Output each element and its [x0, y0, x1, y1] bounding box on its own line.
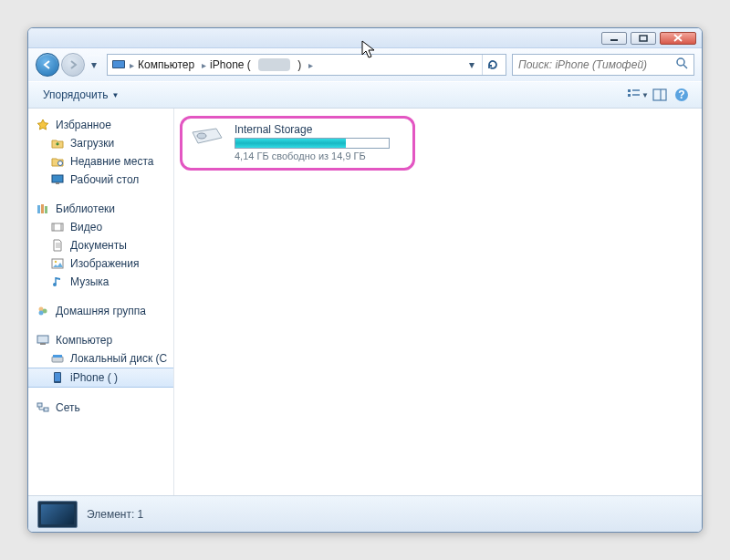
svg-rect-35	[37, 403, 42, 407]
refresh-button[interactable]	[482, 55, 502, 75]
device-icon	[111, 57, 126, 72]
drive-item[interactable]: Internal Storage 4,14 ГБ свободно из 14,…	[189, 123, 406, 161]
svg-rect-20	[41, 204, 44, 213]
sidebar-item-label: Видео	[70, 221, 102, 233]
svg-rect-9	[628, 94, 631, 97]
svg-rect-21	[45, 206, 47, 213]
recent-icon	[50, 154, 65, 169]
breadcrumb-label: Компьютер	[138, 58, 194, 71]
storage-icon	[189, 123, 225, 150]
sidebar-item-label: Загрузки	[70, 137, 114, 150]
sidebar-item-label: Документы	[70, 239, 127, 252]
sidebar-group-label: Компьютер	[56, 334, 112, 347]
sidebar-item-localdisk[interactable]: Локальный диск (C	[28, 349, 173, 368]
search-icon	[676, 57, 688, 72]
svg-line-7	[683, 65, 687, 68]
homegroup-icon	[36, 304, 50, 318]
svg-rect-30	[40, 343, 46, 345]
status-bar: Элемент: 1	[28, 495, 702, 532]
address-dropdown[interactable]: ▾	[462, 55, 482, 75]
history-dropdown[interactable]: ▾	[87, 55, 101, 75]
pictures-icon	[50, 256, 65, 271]
sidebar-group-network[interactable]: Сеть	[28, 399, 173, 417]
titlebar	[28, 28, 702, 48]
sidebar-item-label: Локальный диск (C	[70, 352, 167, 365]
svg-rect-29	[37, 336, 48, 343]
search-box[interactable]	[512, 54, 694, 76]
svg-point-24	[55, 261, 57, 263]
main-pane[interactable]: Internal Storage 4,14 ГБ свободно из 14,…	[174, 109, 702, 495]
sidebar-item-downloads[interactable]: Загрузки	[28, 134, 173, 152]
sidebar-group-label: Библиотеки	[56, 202, 115, 215]
sidebar-group-label: Избранное	[56, 119, 111, 131]
svg-rect-5	[113, 61, 124, 67]
breadcrumb-segment[interactable]: ▸iPhone ( )	[198, 55, 305, 75]
view-options-button[interactable]: ▼	[627, 85, 649, 105]
preview-pane-button[interactable]	[649, 85, 671, 105]
sidebar-item-music[interactable]: Музыка	[28, 273, 173, 291]
sidebar-group-favorites[interactable]: Избранное	[28, 116, 173, 134]
sidebar-item-videos[interactable]: Видео	[28, 218, 173, 236]
svg-rect-17	[52, 175, 63, 182]
svg-rect-32	[53, 355, 62, 358]
breadcrumb-segment[interactable]: ▸Компьютер	[126, 55, 198, 75]
breadcrumb-segment[interactable]: ▸	[305, 55, 317, 75]
organize-menu[interactable]: Упорядочить ▼	[37, 85, 124, 105]
sidebar-item-desktop[interactable]: Рабочий стол	[28, 171, 173, 189]
drive-title: Internal Storage	[235, 123, 406, 136]
breadcrumb-label: iPhone (	[210, 58, 251, 71]
sidebar-item-documents[interactable]: Документы	[28, 236, 173, 254]
sidebar-group-libraries[interactable]: Библиотеки	[28, 200, 173, 218]
svg-text:?: ?	[678, 88, 684, 101]
svg-point-6	[677, 58, 684, 66]
sidebar-group-label: Сеть	[56, 401, 80, 414]
sidebar-group-homegroup[interactable]: Домашняя группа	[28, 302, 173, 320]
folder-icon	[50, 136, 65, 150]
close-button[interactable]	[660, 32, 696, 45]
sidebar-item-recent[interactable]: Недавние места	[28, 152, 173, 171]
svg-rect-12	[653, 89, 666, 100]
svg-point-25	[53, 283, 57, 286]
svg-rect-19	[37, 205, 40, 213]
libraries-icon	[36, 202, 50, 216]
drive-icon	[50, 351, 65, 366]
explorer-window: ▾ ▸Компьютер ▸iPhone ( ) ▸ ▾ Упорядочить	[27, 27, 703, 533]
content-body: Избранное Загрузки Недавние места Рабочи…	[28, 109, 702, 495]
maximize-button[interactable]	[631, 32, 656, 45]
svg-point-28	[39, 311, 44, 316]
sidebar-group-label: Домашняя группа	[56, 305, 146, 317]
svg-point-37	[197, 133, 206, 139]
sidebar-item-label: Рабочий стол	[70, 173, 139, 186]
sidebar-item-iphone[interactable]: iPhone ( )	[28, 368, 173, 388]
sidebar-item-label: iPhone ( )	[70, 371, 118, 384]
document-icon	[50, 238, 65, 253]
phone-icon	[50, 370, 65, 385]
sidebar-group-computer[interactable]: Компьютер	[28, 331, 173, 349]
sidebar-item-pictures[interactable]: Изображения	[28, 254, 173, 273]
address-bar[interactable]: ▸Компьютер ▸iPhone ( ) ▸ ▾	[107, 54, 506, 76]
search-input[interactable]	[518, 58, 673, 71]
svg-rect-1	[640, 36, 647, 41]
minimize-button[interactable]	[601, 32, 627, 45]
help-button[interactable]: ?	[671, 85, 693, 105]
computer-icon	[36, 333, 50, 347]
drive-capacity-fill	[235, 139, 346, 148]
sidebar-item-label: Недавние места	[70, 155, 153, 168]
desktop-icon	[50, 172, 65, 187]
star-icon	[36, 118, 50, 132]
svg-rect-18	[56, 182, 59, 184]
forward-button[interactable]	[61, 53, 85, 77]
navigation-pane: Избранное Загрузки Недавние места Рабочи…	[28, 109, 174, 495]
organize-label: Упорядочить	[43, 88, 108, 101]
navigation-bar: ▾ ▸Компьютер ▸iPhone ( ) ▸ ▾	[28, 48, 702, 81]
svg-point-16	[58, 161, 63, 166]
svg-rect-34	[55, 373, 60, 381]
svg-rect-8	[628, 89, 631, 92]
music-icon	[50, 275, 65, 289]
sidebar-item-label: Изображения	[70, 257, 139, 270]
back-button[interactable]	[36, 53, 59, 77]
status-text: Элемент: 1	[87, 508, 143, 521]
status-thumbnail	[37, 501, 78, 528]
drive-free-text: 4,14 ГБ свободно из 14,9 ГБ	[235, 150, 406, 161]
video-icon	[50, 220, 65, 234]
